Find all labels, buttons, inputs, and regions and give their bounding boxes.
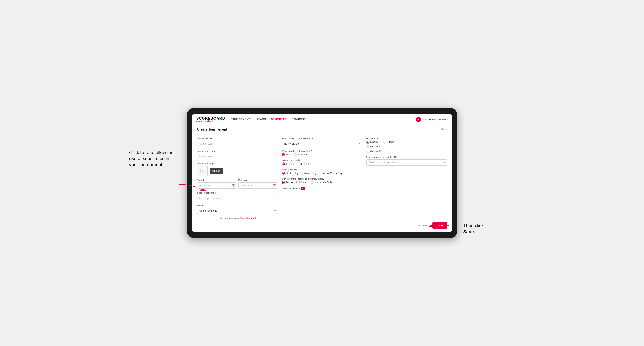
rounds-4[interactable]: 4 — [304, 163, 309, 165]
rounds-1-radio[interactable] — [282, 163, 285, 165]
scoring-service-label: Use third-party live scoring API? — [366, 156, 447, 158]
event-for-teams[interactable]: Teams (+Individuals) — [282, 181, 308, 184]
scoring-stroke-radio[interactable] — [282, 172, 285, 175]
form-columns: Tournament Host Tournament name Tourname… — [197, 137, 447, 219]
rounds-4-radio[interactable] — [304, 163, 307, 165]
format-type-group: Format type 5 count 4 Other — [366, 137, 447, 153]
scoring-match-radio[interactable] — [300, 172, 303, 175]
rounds-2[interactable]: 2 — [289, 163, 294, 165]
rounds-1[interactable]: 1 — [282, 163, 287, 165]
gender-mens[interactable]: Mens — [282, 153, 292, 156]
venue-group: Venue Search golf club — [197, 204, 278, 214]
sponsor-input[interactable] — [197, 195, 278, 201]
format-6count5[interactable]: 6 count 5 — [366, 150, 380, 153]
gender-label: Which gender is the event for? — [282, 150, 362, 152]
scoring-label: Scoring system — [282, 168, 362, 171]
scoring-service-group: Use third-party live scoring API? Select… — [366, 156, 447, 166]
username: blair admin — [423, 118, 435, 121]
rounds-3[interactable]: 3 — [296, 163, 302, 165]
event-for-individuals-radio[interactable] — [310, 181, 314, 184]
gender-womens[interactable]: Womens — [294, 153, 308, 156]
format-6count4[interactable]: 6 count 4 — [366, 145, 380, 148]
avatar: B — [416, 117, 421, 122]
nav-user: B blair admin | Sign out — [416, 117, 448, 122]
scoring-group: Scoring system Stroke Play Match Play — [282, 168, 362, 175]
start-date-label: Start date — [197, 179, 236, 181]
logo-upload-area: Upload — [197, 166, 278, 176]
format-other[interactable]: Other — [384, 141, 394, 144]
form-footer: Cancel Save — [192, 219, 452, 232]
format-row-1: 5 count 4 Other — [366, 141, 447, 144]
end-date-input[interactable] — [238, 182, 278, 189]
tournament-name-input[interactable] — [197, 153, 278, 159]
scoring-radio-group: Stroke Play Match Play Medal Match Play — [282, 172, 362, 175]
format-type-label: Format type — [366, 137, 447, 140]
venue-label: Venue — [197, 204, 278, 207]
event-for-group: Is this event for Teams and/or Individua… — [282, 177, 362, 184]
page-header: Create Tournament Back — [192, 125, 452, 131]
form-area: Tournament Host Tournament name Tourname… — [192, 135, 452, 219]
right-arrow-icon — [424, 220, 451, 230]
division-select[interactable]: NCAA Division I — [282, 141, 362, 147]
form-col-1: Tournament Host Tournament name Tourname… — [197, 137, 278, 219]
format-other-radio[interactable] — [384, 141, 386, 144]
sign-out-link[interactable]: Sign out — [438, 118, 448, 121]
tournament-name-group: Tournament name — [197, 150, 278, 159]
format-5count4-radio[interactable] — [366, 141, 370, 144]
date-row: Start date 📅 End date 📅 — [197, 179, 278, 189]
format-row-2: 6 count 4 — [366, 145, 447, 148]
end-date-label: End date — [238, 179, 278, 181]
form-col-2: Which division is the event for? NCAA Di… — [282, 137, 362, 219]
svg-point-2 — [201, 170, 202, 171]
format-options: 5 count 4 Other — [366, 141, 447, 153]
scoring-match[interactable]: Match Play — [300, 172, 316, 175]
gender-radio-group: Mens Womens — [282, 153, 362, 156]
allow-substitutes-checkbox[interactable] — [301, 187, 304, 190]
scoring-service-select[interactable]: Select a scoring service — [366, 159, 447, 166]
tournament-logo-group: Tournament logo Upload — [197, 162, 278, 176]
event-for-teams-radio[interactable] — [282, 181, 285, 184]
tournament-logo-label: Tournament logo — [197, 162, 278, 165]
brand-name: SCOREBOARD — [196, 117, 225, 121]
image-icon — [200, 169, 205, 173]
nav-committee[interactable]: COMMITTEE — [271, 118, 287, 122]
start-date-group: Start date 📅 — [197, 179, 236, 189]
nav-rankings[interactable]: RANKINGS — [292, 118, 306, 122]
svg-rect-1 — [200, 169, 204, 173]
gender-mens-radio[interactable] — [282, 153, 285, 156]
tournament-host-input[interactable] — [197, 141, 278, 147]
rounds-radio-group: 1 2 3 — [282, 163, 362, 165]
allow-substitutes-label: Allow substitutes? — [282, 187, 300, 190]
email-support-link[interactable]: email support — [242, 217, 256, 219]
format-row-3: 6 count 5 — [366, 150, 447, 153]
format-6count4-radio[interactable] — [366, 145, 370, 148]
scoring-medal[interactable]: Medal Match Play — [318, 172, 342, 175]
event-for-individuals[interactable]: Individuals Only — [310, 181, 332, 184]
gender-womens-radio[interactable] — [294, 153, 297, 156]
format-5count4[interactable]: 5 count 4 — [366, 141, 380, 144]
event-for-radio-group: Teams (+Individuals) Individuals Only — [282, 181, 362, 184]
tournament-host-group: Tournament Host — [197, 137, 278, 147]
navbar: SCOREBOARD Powered by clippd TOURNAMENTS… — [192, 114, 452, 125]
rounds-3-radio[interactable] — [296, 163, 300, 165]
rounds-2-radio[interactable] — [289, 163, 292, 165]
venue-select[interactable]: Search golf club — [197, 208, 278, 214]
event-for-label: Is this event for Teams and/or Individua… — [282, 177, 362, 180]
scoring-medal-radio[interactable] — [318, 172, 322, 175]
back-button[interactable]: Back — [440, 128, 447, 131]
right-annotation: Then click Save. — [463, 222, 502, 235]
nav-teams[interactable]: TEAMS — [257, 118, 266, 122]
upload-button[interactable]: Upload — [210, 168, 223, 174]
scoring-stroke[interactable]: Stroke Play — [282, 172, 298, 175]
start-date-input[interactable] — [197, 182, 236, 189]
nav-tournaments[interactable]: TOURNAMENTS — [232, 118, 252, 122]
page-title: Create Tournament — [197, 128, 227, 131]
allow-substitutes-row: Allow substitutes? — [282, 187, 362, 190]
nav-links: TOURNAMENTS TEAMS COMMITTEE RANKINGS — [232, 118, 410, 122]
form-col-3: Format type 5 count 4 Other — [366, 137, 447, 219]
format-6count5-radio[interactable] — [366, 150, 370, 153]
cant-find-venue: Can't find your venue? email support — [197, 217, 278, 219]
tablet-frame: SCOREBOARD Powered by clippd TOURNAMENTS… — [187, 108, 457, 238]
tournament-host-label: Tournament Host — [197, 137, 278, 140]
tournament-name-label: Tournament name — [197, 150, 278, 152]
